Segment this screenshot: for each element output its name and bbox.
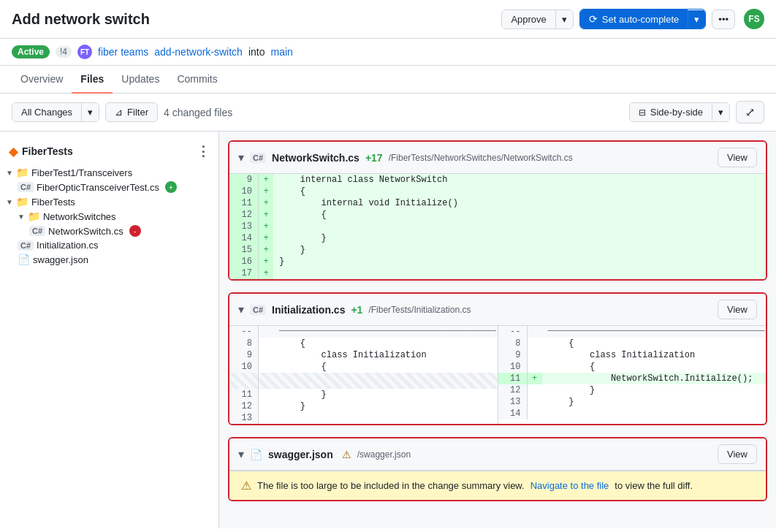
file-tree-sidebar: ◆ FiberTests ⋮ ▼ 📁 FiberTest1/Transceive… <box>0 132 219 528</box>
author-link[interactable]: fiber teams <box>98 46 148 58</box>
side-by-side-diff: -- ─────────────────────────────────────… <box>229 326 766 424</box>
auto-complete-button-group[interactable]: ⟳ Set auto-complete ▾ <box>579 9 707 29</box>
tab-commits[interactable]: Commits <box>168 66 226 94</box>
code-line: 9 class Initialization <box>498 349 767 361</box>
side-by-side-icon: ⊟ <box>639 107 646 118</box>
code-line: 17 + <box>229 267 766 279</box>
auto-complete-button[interactable]: ⟳ Set auto-complete <box>580 10 688 28</box>
folder-icon: 📁 <box>16 196 28 208</box>
code-line: 14 + } <box>229 232 766 244</box>
file-json-icon: 📄 <box>250 449 262 460</box>
code-line: 13 } <box>498 396 767 408</box>
tree-file-fiberoptic[interactable]: C# FiberOpticTransceiverTest.cs + <box>0 180 218 194</box>
sidebar-header-left: ◆ FiberTests <box>9 145 73 159</box>
view-file-button[interactable]: View <box>718 300 757 319</box>
code-line: 9 class Initialization <box>229 349 498 361</box>
branch-to[interactable]: main <box>270 46 292 58</box>
collapse-button[interactable]: ▾ <box>238 447 244 461</box>
file-card-networkswitch: ▾ C# NetworkSwitch.cs +17 /FiberTests/Ne… <box>228 140 767 281</box>
file-name: NetworkSwitch.cs <box>272 152 360 164</box>
file-path: /swagger.json <box>357 449 411 460</box>
code-line: 15 + } <box>229 244 766 256</box>
file-card-header: ▾ C# NetworkSwitch.cs +17 /FiberTests/Ne… <box>229 142 766 174</box>
approve-chevron[interactable]: ▾ <box>555 10 573 28</box>
tree-folder-fibertests[interactable]: ▼ 📁 FiberTests <box>0 194 218 209</box>
count-badge: !4 <box>56 46 72 58</box>
code-line: 8 { <box>498 338 767 349</box>
code-line: 9 + internal class NetworkSwitch <box>229 174 766 186</box>
author-avatar: FT <box>77 45 92 59</box>
code-line: 11 + internal void Initialize() <box>229 197 766 209</box>
view-file-button[interactable]: View <box>718 444 757 464</box>
file-card-header: ▾ C# Initialization.cs +1 /FiberTests/In… <box>229 294 766 326</box>
chevron-down-icon: ▼ <box>18 213 25 221</box>
files-toolbar: All Changes ▾ ⊿ Filter 4 changed files ⊟… <box>0 94 776 132</box>
cs-lang-badge: C# <box>250 153 266 163</box>
file-card-swagger: ▾ 📄 swagger.json ⚠ /swagger.json View ⚠ … <box>228 437 767 501</box>
page-title: Add network switch <box>12 11 150 28</box>
chevron-down-icon: ▼ <box>6 169 13 177</box>
file-path: /FiberTests/Initialization.cs <box>368 305 471 315</box>
code-line: 14 <box>498 408 767 419</box>
cs-lang-badge: C# <box>250 305 266 315</box>
sidebar-more-icon[interactable]: ⋮ <box>197 143 210 159</box>
file-label: NetworkSwitch.cs <box>48 226 123 237</box>
code-line: 10 { <box>229 361 498 373</box>
folder-label: NetworkSwitches <box>43 211 116 222</box>
tree-file-initialization[interactable]: C# Initialization.cs <box>0 238 218 252</box>
folder-label: FiberTests <box>31 197 75 208</box>
more-actions-button[interactable]: ••• <box>712 10 735 29</box>
auto-complete-chevron[interactable]: ▾ <box>688 10 705 28</box>
all-changes-chevron[interactable]: ▾ <box>81 103 99 121</box>
file-name: swagger.json <box>268 449 333 460</box>
folder-icon: 📁 <box>16 167 28 178</box>
filter-icon: ⊿ <box>115 107 123 118</box>
file-name: Initialization.cs <box>272 304 345 316</box>
warning-bar: ⚠ The file is too large to be included i… <box>229 471 766 500</box>
file-label: Initialization.cs <box>37 240 99 251</box>
warning-suffix: to view the full diff. <box>615 480 693 491</box>
side-by-side-button[interactable]: ⊟ Side-by-side <box>630 103 712 121</box>
collapse-button[interactable]: ▾ <box>238 151 244 164</box>
all-changes-dropdown[interactable]: All Changes ▾ <box>12 102 99 122</box>
warning-text: The file is too large to be included in … <box>257 480 525 491</box>
file-card-initialization: ▾ C# Initialization.cs +1 /FiberTests/In… <box>228 292 767 425</box>
code-line-skipped <box>229 373 498 389</box>
toolbar-left: All Changes ▾ ⊿ Filter 4 changed files <box>12 102 232 122</box>
view-mode-chevron[interactable]: ▾ <box>712 103 729 121</box>
diff-right: -- ─────────────────────────────────────… <box>498 326 767 424</box>
tab-files[interactable]: Files <box>72 66 113 94</box>
view-file-button[interactable]: View <box>718 148 757 167</box>
all-changes-button[interactable]: All Changes <box>12 103 81 121</box>
tree-folder-networkswitches[interactable]: ▼ 📁 NetworkSwitches <box>0 209 218 224</box>
code-line: 12 } <box>229 400 498 412</box>
repo-icon: ◆ <box>9 145 18 159</box>
cs-icon: C# <box>18 182 34 192</box>
approve-button[interactable]: Approve <box>502 10 555 28</box>
toolbar-right: ⊟ Side-by-side ▾ ⤢ <box>629 101 764 123</box>
approve-button-group[interactable]: Approve ▾ <box>501 10 573 29</box>
page-header: Add network switch Approve ▾ ⟳ Set auto-… <box>0 0 776 39</box>
branch-from[interactable]: add-network-switch <box>154 46 243 58</box>
warning-triangle-icon: ⚠ <box>342 449 351 460</box>
file-path: /FiberTests/NetworkSwitches/NetworkSwitc… <box>389 153 573 163</box>
tab-bar: Overview Files Updates Commits <box>0 66 776 94</box>
chevron-down-icon: ▼ <box>6 198 13 206</box>
cs-icon: C# <box>29 226 45 236</box>
tab-overview[interactable]: Overview <box>12 66 72 94</box>
sidebar-repo-name: FiberTests <box>22 145 73 157</box>
tree-file-networkswitch[interactable]: C# NetworkSwitch.cs - <box>0 224 218 238</box>
user-avatar: FS <box>744 9 764 29</box>
code-line: 10 { <box>498 361 767 373</box>
filter-button[interactable]: ⊿ Filter <box>105 102 158 122</box>
code-line: -- ─────────────────────────────────────… <box>498 326 767 338</box>
tree-folder-fibertests1[interactable]: ▼ 📁 FiberTest1/Transceivers <box>0 165 218 180</box>
expand-button[interactable]: ⤢ <box>736 101 764 123</box>
file-header-left: ▾ C# Initialization.cs +1 /FiberTests/In… <box>238 303 471 316</box>
main-content: ◆ FiberTests ⋮ ▼ 📁 FiberTest1/Transceive… <box>0 132 776 528</box>
tab-updates[interactable]: Updates <box>113 66 168 94</box>
warning-link[interactable]: Navigate to the file <box>530 480 609 491</box>
collapse-button[interactable]: ▾ <box>238 303 244 316</box>
tree-file-swagger[interactable]: 📄 swagger.json <box>0 252 218 267</box>
view-mode-dropdown[interactable]: ⊟ Side-by-side ▾ <box>629 102 730 122</box>
